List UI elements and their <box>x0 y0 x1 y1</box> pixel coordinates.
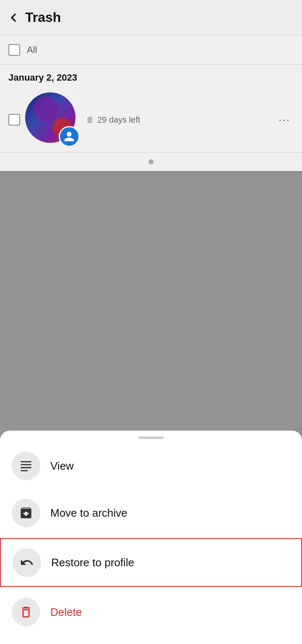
restore-icon-circle <box>13 548 41 577</box>
trash-small-icon: 🗑 <box>86 116 94 124</box>
select-all-row[interactable]: All <box>0 35 302 65</box>
header: Trash <box>0 0 302 35</box>
more-options-button[interactable]: ··· <box>275 112 294 128</box>
svg-rect-1 <box>21 464 31 465</box>
menu-item-archive[interactable]: Move to archive <box>0 489 302 536</box>
svg-rect-2 <box>21 467 31 468</box>
item-checkbox[interactable] <box>8 114 20 126</box>
page-title: Trash <box>25 10 61 25</box>
view-label: View <box>50 460 74 473</box>
svg-rect-3 <box>21 470 28 471</box>
dot-indicator-row <box>0 152 302 171</box>
date-label: January 2, 2023 <box>8 72 77 83</box>
archive-icon-circle <box>12 499 40 527</box>
sheet-handle <box>0 431 302 442</box>
select-all-label: All <box>27 45 37 55</box>
trash-screen: Trash All January 2, 2023 🗑 29 days left… <box>0 0 302 171</box>
back-button[interactable] <box>7 11 20 24</box>
date-section: January 2, 2023 <box>0 65 302 87</box>
avatar <box>25 92 80 147</box>
item-row: 🗑 29 days left ··· <box>0 87 302 152</box>
item-meta: 🗑 29 days left <box>86 115 275 125</box>
view-icon-circle <box>12 452 40 480</box>
select-all-checkbox[interactable] <box>8 44 20 56</box>
days-left-label: 29 days left <box>97 115 140 125</box>
handle-bar <box>138 436 164 439</box>
menu-item-delete[interactable]: Delete <box>0 589 302 636</box>
avatar-badge <box>59 126 80 147</box>
menu-item-view[interactable]: View <box>0 442 302 489</box>
delete-label: Delete <box>50 606 82 619</box>
archive-label: Move to archive <box>50 507 128 520</box>
delete-icon-circle <box>12 598 40 626</box>
dot-indicator <box>148 159 154 164</box>
bottom-sheet: View Move to archive Restore to profile … <box>0 431 302 644</box>
menu-item-restore[interactable]: Restore to profile <box>0 538 302 587</box>
svg-rect-0 <box>21 461 31 463</box>
restore-label: Restore to profile <box>51 556 134 569</box>
